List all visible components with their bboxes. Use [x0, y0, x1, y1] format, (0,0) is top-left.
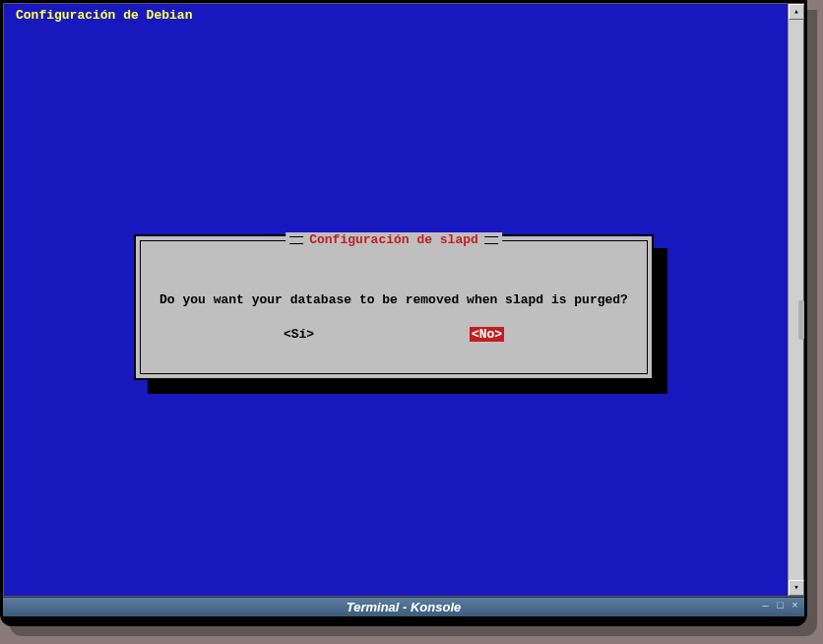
- close-button[interactable]: ×: [790, 600, 800, 611]
- title-decoration-left: [289, 236, 303, 244]
- scroll-track[interactable]: [789, 20, 803, 580]
- dialog-box: Configuración de slapd Do you want your …: [134, 234, 654, 380]
- terminal-area[interactable]: Configuración de Debian Configuración de…: [4, 4, 788, 596]
- page-title: Configuración de Debian: [16, 8, 192, 23]
- window-titlebar[interactable]: Terminal - Konsole – □ ×: [3, 597, 804, 616]
- terminal-viewport: Configuración de Debian Configuración de…: [3, 3, 804, 597]
- minimize-button[interactable]: –: [760, 600, 771, 611]
- maximize-button[interactable]: □: [775, 600, 786, 611]
- dialog-button-row: <Sí> <No>: [141, 327, 647, 342]
- dialog-inner: Configuración de slapd Do you want your …: [140, 240, 648, 374]
- scroll-down-button[interactable]: ▾: [789, 580, 804, 596]
- window-controls: – □ ×: [760, 600, 800, 611]
- yes-button[interactable]: <Sí>: [284, 327, 314, 342]
- title-decoration-right: [484, 236, 498, 244]
- no-button[interactable]: <No>: [470, 327, 504, 342]
- dialog-title: Configuración de slapd: [303, 232, 484, 247]
- window-frame: Configuración de Debian Configuración de…: [0, 0, 807, 626]
- vertical-scrollbar[interactable]: ▴ ▾: [788, 4, 803, 596]
- scroll-grip-icon: [798, 300, 804, 340]
- scroll-up-button[interactable]: ▴: [789, 4, 804, 20]
- dialog-title-wrap: Configuración de slapd: [285, 232, 502, 247]
- dialog-message: Do you want your database to be removed …: [141, 241, 647, 307]
- window-title: Terminal - Konsole: [347, 600, 462, 614]
